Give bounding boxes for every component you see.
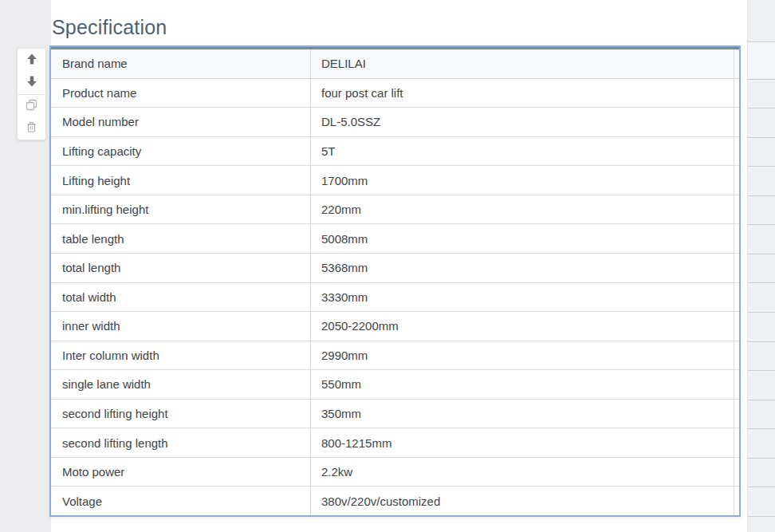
spec-spacer-cell (734, 283, 739, 312)
spec-label-cell[interactable]: second lifting height (51, 400, 311, 428)
spec-table-rows: Brand name DELILAI Product name four pos… (51, 47, 739, 515)
spec-spacer-cell (734, 428, 739, 457)
trash-icon (26, 121, 37, 136)
spec-label-cell[interactable]: total width (51, 283, 311, 312)
table-row[interactable]: Inter column width 2990mm (51, 341, 739, 371)
duplicate-button[interactable] (18, 95, 45, 117)
spec-value-cell[interactable]: DELILAI (311, 49, 734, 78)
move-down-button[interactable] (18, 71, 45, 93)
spec-spacer-cell (734, 195, 739, 224)
arrow-up-icon (26, 53, 38, 68)
table-row[interactable]: Brand name DELILAI (51, 49, 739, 79)
spec-value-cell[interactable]: 380v/220v/customized (311, 487, 734, 515)
spec-value-cell[interactable]: 2990mm (311, 341, 734, 370)
table-row[interactable]: Model number DL-5.0SSZ (51, 108, 739, 137)
spec-spacer-cell (734, 458, 739, 487)
spec-label-cell[interactable]: Lifting height (51, 166, 311, 195)
spec-spacer-cell (734, 254, 739, 282)
spec-spacer-cell (734, 341, 739, 370)
spec-value-cell[interactable]: 800-1215mm (311, 428, 734, 457)
spec-value-cell[interactable]: 3330mm (311, 283, 734, 312)
spec-value-cell[interactable]: 220mm (311, 195, 734, 224)
table-row[interactable]: inner width 2050-2200mm (51, 312, 739, 341)
spec-spacer-cell (734, 79, 739, 108)
spec-value-cell[interactable]: 5008mm (311, 224, 734, 253)
spec-spacer-cell (734, 224, 739, 253)
spec-label-cell[interactable]: Product name (51, 79, 311, 108)
spec-label-cell[interactable]: total length (51, 254, 311, 282)
table-row[interactable]: Voltage 380v/220v/customized (51, 487, 739, 515)
element-toolbar (17, 48, 46, 140)
spec-label-cell[interactable]: single lane width (51, 370, 311, 399)
table-row[interactable]: Lifting capacity 5T (51, 137, 739, 167)
table-row[interactable]: Product name four post car lift (51, 79, 739, 108)
table-row[interactable]: min.lifting height 220mm (51, 195, 739, 225)
table-row[interactable]: second lifting height 350mm (51, 400, 739, 429)
table-row[interactable]: total length 5368mm (51, 254, 739, 283)
spec-value-cell[interactable]: DL-5.0SSZ (311, 108, 734, 136)
spec-spacer-cell (734, 487, 739, 515)
spec-spacer-cell (734, 312, 739, 341)
page-title: Specification (52, 14, 167, 41)
spec-label-cell[interactable]: Lifting capacity (51, 137, 311, 166)
spec-spacer-cell (734, 49, 739, 78)
adjacent-table-partial[interactable] (747, 0, 775, 532)
table-row[interactable]: Moto power 2.2kw (51, 458, 739, 487)
arrow-down-icon (26, 75, 38, 90)
spec-value-cell[interactable]: 550mm (311, 370, 734, 399)
spec-spacer-cell (734, 108, 739, 136)
spec-table[interactable]: Brand name DELILAI Product name four pos… (49, 45, 741, 517)
move-up-button[interactable] (18, 49, 45, 71)
spec-value-cell[interactable]: 5368mm (311, 254, 734, 282)
spec-label-cell[interactable]: inner width (51, 312, 311, 341)
spec-value-cell[interactable]: 5T (311, 137, 734, 166)
spec-spacer-cell (734, 137, 739, 166)
spec-label-cell[interactable]: table length (51, 224, 311, 253)
spec-value-cell[interactable]: 350mm (311, 400, 734, 428)
duplicate-icon (26, 99, 37, 113)
spec-spacer-cell (734, 400, 739, 428)
spec-label-cell[interactable]: Moto power (51, 458, 311, 487)
spec-value-cell[interactable]: 2050-2200mm (311, 312, 734, 341)
spec-label-cell[interactable]: Inter column width (51, 341, 311, 370)
spec-value-cell[interactable]: 1700mm (311, 166, 734, 195)
spec-label-cell[interactable]: Brand name (51, 49, 311, 78)
spec-spacer-cell (734, 166, 739, 195)
delete-button[interactable] (18, 117, 45, 140)
table-row[interactable]: Lifting height 1700mm (51, 166, 739, 195)
spec-value-cell[interactable]: four post car lift (311, 79, 734, 108)
spec-label-cell[interactable]: second lifting length (51, 428, 311, 457)
table-row[interactable]: single lane width 550mm (51, 370, 739, 400)
adjacent-table-band (748, 42, 775, 78)
spec-label-cell[interactable]: Voltage (51, 487, 311, 515)
table-row[interactable]: second lifting length 800-1215mm (51, 428, 739, 458)
spec-label-cell[interactable]: Model number (51, 108, 311, 136)
spec-value-cell[interactable]: 2.2kw (311, 458, 734, 487)
spec-spacer-cell (734, 370, 739, 399)
table-row[interactable]: total width 3330mm (51, 283, 739, 313)
spec-label-cell[interactable]: min.lifting height (51, 195, 311, 224)
table-row[interactable]: table length 5008mm (51, 224, 739, 254)
